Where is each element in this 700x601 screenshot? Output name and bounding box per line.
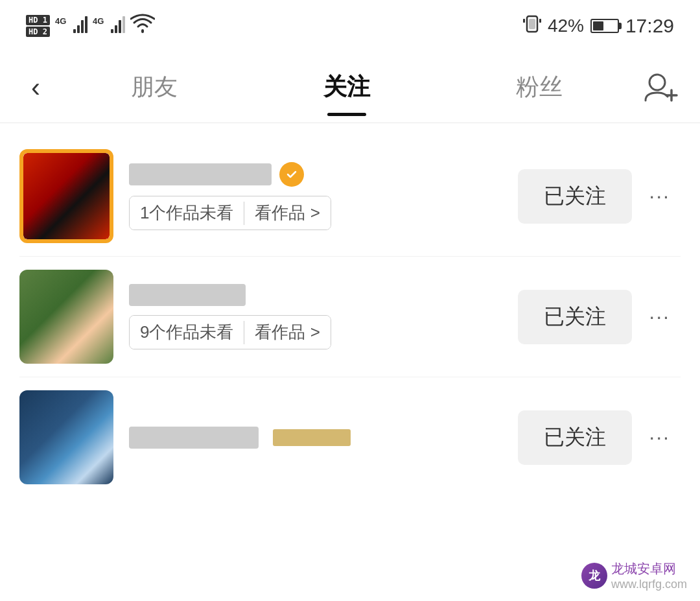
back-chevron-icon: ‹: [31, 72, 40, 103]
add-friend-button[interactable]: [635, 62, 687, 113]
add-person-icon: [644, 71, 678, 104]
view-works-button[interactable]: 看作品 >: [244, 316, 330, 349]
tab-friends[interactable]: 朋友: [58, 58, 251, 116]
signal-4g2-icon: 4G: [93, 14, 125, 38]
user-actions: 已关注 ···: [505, 169, 681, 224]
svg-rect-7: [115, 25, 117, 33]
user-info: 1个作品未看 看作品 >: [129, 162, 505, 230]
svg-rect-1: [73, 29, 76, 33]
more-options-button[interactable]: ···: [638, 419, 681, 456]
avatar[interactable]: [19, 149, 113, 243]
user-name-row: [129, 427, 505, 449]
watermark-site: 龙城安卓网: [611, 560, 687, 577]
user-info: 9个作品未看 看作品 >: [129, 284, 505, 349]
hd-icons: HD 1 HD 2: [26, 15, 50, 38]
svg-rect-12: [523, 19, 525, 23]
tab-following[interactable]: 关注: [251, 58, 443, 116]
user-name-row: [129, 162, 505, 187]
svg-rect-8: [119, 20, 121, 33]
follow-button[interactable]: 已关注: [518, 169, 632, 224]
works-row[interactable]: 9个作品未看 看作品 >: [129, 315, 331, 349]
back-button[interactable]: ‹: [13, 65, 58, 110]
svg-point-14: [649, 75, 665, 90]
view-works-button[interactable]: 看作品 >: [244, 196, 330, 230]
svg-rect-11: [529, 19, 535, 29]
svg-rect-4: [85, 16, 88, 33]
user-info: [129, 427, 505, 449]
user-name-row: [129, 284, 505, 306]
avatar-image: [19, 390, 113, 484]
user-name-blur: [129, 284, 246, 306]
wifi-icon: [130, 14, 155, 39]
user-extra-blur: [273, 429, 351, 446]
time-display: 17:29: [625, 15, 674, 37]
svg-rect-6: [111, 29, 113, 33]
unseen-count-text: 1个作品未看: [130, 196, 244, 230]
vibrate-icon: [523, 14, 541, 38]
verified-badge: [279, 162, 304, 187]
user-name-blur: [129, 427, 259, 449]
hd2-label: HD 2: [26, 27, 50, 37]
unseen-count-text: 9个作品未看: [130, 316, 244, 349]
status-right: 42% 17:29: [523, 14, 674, 38]
hd1-label: HD 1: [26, 15, 50, 25]
svg-rect-3: [81, 20, 84, 33]
watermark: 龙 龙城安卓网 www.lqrfg.com: [581, 560, 687, 592]
svg-rect-9: [122, 16, 125, 33]
list-item: 已关注 ···: [0, 377, 700, 497]
user-name-blur: [129, 163, 272, 185]
watermark-logo: 龙: [581, 563, 607, 589]
user-actions: 已关注 ···: [505, 290, 681, 344]
avatar[interactable]: [19, 390, 113, 484]
svg-text:4G: 4G: [55, 16, 66, 26]
follow-button[interactable]: 已关注: [518, 290, 632, 344]
list-item: 9个作品未看 看作品 > 已关注 ···: [0, 257, 700, 377]
battery-icon: [590, 19, 619, 33]
nav-tabs: 朋友 关注 粉丝: [58, 58, 635, 116]
avatar-image: [23, 153, 110, 239]
status-bar: HD 1 HD 2 4G 4G: [0, 0, 700, 52]
svg-rect-13: [539, 19, 541, 23]
status-left: HD 1 HD 2 4G 4G: [26, 14, 155, 39]
follow-button[interactable]: 已关注: [518, 410, 632, 465]
nav-bar: ‹ 朋友 关注 粉丝: [0, 52, 700, 123]
battery-percentage: 42%: [548, 16, 584, 36]
svg-rect-2: [77, 25, 80, 33]
tab-fans[interactable]: 粉丝: [443, 58, 635, 116]
works-row[interactable]: 1个作品未看 看作品 >: [129, 196, 331, 230]
user-list: 1个作品未看 看作品 > 已关注 ··· 9个作品未看: [0, 123, 700, 510]
watermark-url: www.lqrfg.com: [611, 577, 687, 592]
more-options-button[interactable]: ···: [638, 298, 681, 335]
signal-4g1-icon: 4G: [55, 14, 88, 38]
svg-text:4G: 4G: [93, 16, 104, 26]
user-actions: 已关注 ···: [505, 410, 681, 465]
more-options-button[interactable]: ···: [638, 178, 681, 215]
avatar[interactable]: [19, 270, 113, 364]
list-item: 1个作品未看 看作品 > 已关注 ···: [0, 136, 700, 256]
avatar-image: [19, 270, 113, 364]
